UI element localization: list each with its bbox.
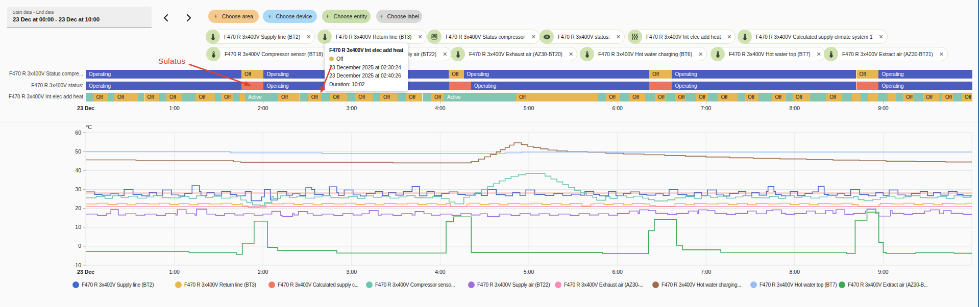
legend-item[interactable]: F470 R 3x400V Return line (BT3) <box>175 282 256 288</box>
x-axis-tick-label: 3:00 <box>347 269 357 275</box>
x-axis-tick-label: 9:00 <box>878 269 889 275</box>
y-axis-tick-label: 30 <box>75 186 81 192</box>
legend-color-dot <box>72 282 79 288</box>
x-axis-tick-label: 5:00 <box>524 269 534 275</box>
legend-color-dot <box>839 282 845 288</box>
legend-item-label: F470 R 3x400V Hot water charging... <box>662 282 741 288</box>
legend-color-dot <box>750 282 757 288</box>
x-axis-tick-label: 7:00 <box>701 269 712 275</box>
legend-item[interactable]: F470 R 3x400V Exhaust air (AZ30-... <box>555 282 643 288</box>
legend-item[interactable]: F470 R 3x400V Extract air (AZ30-B... <box>839 282 928 288</box>
legend-color-dot <box>268 282 275 288</box>
y-axis-tick-label: 60 <box>75 130 81 136</box>
tooltip-title: F470 R 3x400V Int elec add heat <box>329 47 403 53</box>
annotation-text: Sulatus <box>158 57 185 66</box>
legend-item[interactable]: F470 R 3x400V Hot water charging... <box>652 282 741 288</box>
tooltip-end-time: 23 December 2025 at 02:40:26 <box>329 72 403 79</box>
legend-item-label: F470 R 3x400V Supply line (BT2) <box>82 282 154 288</box>
y-axis-unit-label: °C <box>86 124 92 130</box>
legend-item[interactable]: F470 R 3x400V Calculated supply c... <box>268 282 358 288</box>
legend-item-label: F470 R 3x400V Exhaust air (AZ30-... <box>564 282 643 288</box>
legend-item-label: F470 R 3x400V Extract air (AZ30-B... <box>848 282 928 288</box>
x-axis-tick-label: 8:00 <box>790 269 800 275</box>
legend-item[interactable]: F470 R 3x400V Supply air (BT22) <box>468 282 550 288</box>
legend-item[interactable]: F470 R 3x400V Compressor senso... <box>366 282 455 288</box>
legend-item-label: F470 R 3x400V Return line (BT3) <box>184 282 256 288</box>
history-page: {"page":{"bg":"#fafafa","width":1920,"he… <box>0 0 980 307</box>
scrollbar[interactable] <box>978 0 979 307</box>
y-axis-tick-label: 0 <box>78 243 81 249</box>
state-dot <box>329 57 334 61</box>
x-axis-tick-label: 4:00 <box>435 269 446 275</box>
x-axis-tick-label: 2:00 <box>258 269 268 275</box>
timeline-tooltip: F470 R 3x400V Int elec add heat Off 23 D… <box>325 43 408 91</box>
legend-item-label: F470 R 3x400V Calculated supply c... <box>278 282 358 288</box>
x-axis-tick-label: 6:00 <box>612 269 623 275</box>
legend-item[interactable]: F470 R 3x400V Supply line (BT2) <box>72 282 154 288</box>
tooltip-duration: Duration: 10:02 <box>329 81 403 87</box>
legend-item-label: F470 R 3x400V Compressor senso... <box>375 282 455 288</box>
tooltip-start-time: 23 December 2025 at 02:30:24 <box>329 64 403 70</box>
temperature-chart[interactable]: 6050403020100-10°C23 Dec1:002:003:004:00… <box>0 0 980 307</box>
legend-color-dot <box>175 282 182 288</box>
y-axis-tick-label: 40 <box>75 167 81 173</box>
y-axis-tick-label: 10 <box>75 224 81 230</box>
y-axis-tick-label: -10 <box>74 262 81 268</box>
x-axis-tick-label: 23 Dec <box>77 269 94 275</box>
y-axis-tick-label: 20 <box>75 205 81 211</box>
tooltip-state: Off <box>336 56 343 62</box>
y-axis-tick-label: 50 <box>75 148 81 155</box>
x-axis-tick-label: 1:00 <box>169 269 180 275</box>
legend-item[interactable]: F470 R 3x400V Hot water top (BT7) <box>750 282 837 288</box>
legend-color-dot <box>555 282 561 288</box>
legend-color-dot <box>366 282 373 288</box>
legend-color-dot <box>468 282 475 288</box>
legend-item-label: F470 R 3x400V Hot water top (BT7) <box>760 282 837 288</box>
legend-item-label: F470 R 3x400V Supply air (BT22) <box>477 282 550 288</box>
legend-color-dot <box>652 282 659 288</box>
